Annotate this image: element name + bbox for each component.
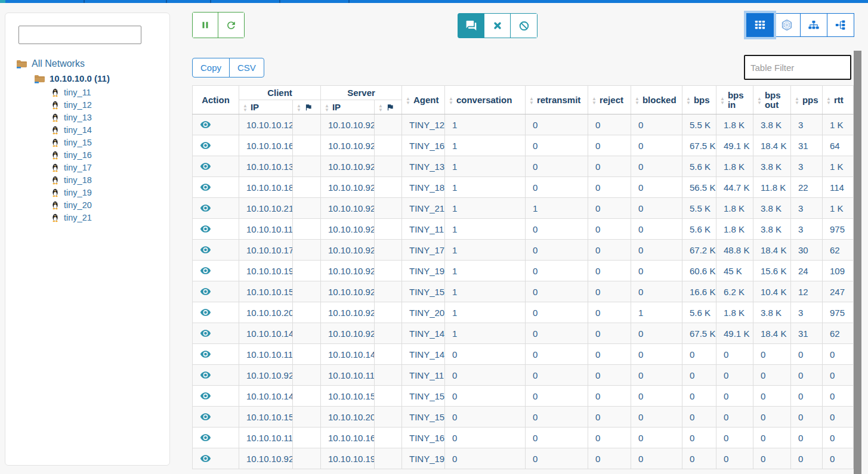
tree-node-host[interactable]: tiny_11 xyxy=(51,86,165,98)
table-view-button[interactable] xyxy=(746,13,774,37)
cell-reject: 0 xyxy=(588,198,631,219)
cell-reject: 0 xyxy=(588,427,631,448)
sort-arrows-icon[interactable]: ▲▼ xyxy=(635,97,640,105)
eye-icon[interactable] xyxy=(200,120,211,129)
tree-node-label: tiny_11 xyxy=(64,88,91,97)
tree-node-host[interactable]: tiny_15 xyxy=(51,136,165,148)
cell-retransmit: 0 xyxy=(526,261,588,281)
csv-button[interactable]: CSV xyxy=(229,58,264,78)
sort-arrows-icon[interactable]: ▲▼ xyxy=(795,97,799,105)
eye-icon[interactable] xyxy=(200,162,211,171)
cell-server-ip: 10.10.10.92 xyxy=(321,198,375,219)
cell-agent: TINY_17 xyxy=(402,240,445,261)
col-header-pps[interactable]: ▲▼ pps xyxy=(791,86,823,114)
tree-node-host[interactable]: tiny_12 xyxy=(51,98,165,111)
tree-node-host[interactable]: tiny_13 xyxy=(51,111,165,123)
top-nav-segment xyxy=(0,0,5,3)
tree-node-host[interactable]: tiny_21 xyxy=(51,211,165,224)
tree-node-host[interactable]: tiny_16 xyxy=(51,148,165,161)
col-header-server-ip[interactable]: ▲▼ IP xyxy=(321,100,375,114)
tree-node-host[interactable]: tiny_18 xyxy=(51,174,165,186)
col-header-retransmit[interactable]: ▲▼ retransmit xyxy=(526,86,588,114)
eye-icon[interactable] xyxy=(200,267,211,275)
copy-button[interactable]: Copy xyxy=(192,58,230,78)
linux-penguin-icon xyxy=(51,138,60,147)
col-header-blocked[interactable]: ▲▼ blocked xyxy=(631,86,682,114)
conversations-view-button[interactable] xyxy=(458,14,484,38)
eye-icon[interactable] xyxy=(200,433,211,442)
cell-server-flag xyxy=(375,302,402,323)
sort-arrows-icon[interactable]: ▲▼ xyxy=(296,104,301,112)
eye-icon[interactable] xyxy=(200,392,211,400)
sort-arrows-icon[interactable]: ▲▼ xyxy=(529,97,534,105)
cell-rtt: 64 xyxy=(823,135,854,156)
cell-client-flag xyxy=(293,302,321,323)
tree-node-host[interactable]: tiny_19 xyxy=(51,186,165,199)
cell-pps: 3 xyxy=(791,219,823,240)
sort-arrows-icon[interactable]: ▲▼ xyxy=(406,97,410,105)
cell-bps-in: 48.8 K xyxy=(716,240,753,261)
eye-icon[interactable] xyxy=(200,329,211,337)
col-header-client-ip[interactable]: ▲▼ IP xyxy=(239,100,293,114)
col-header-bps-out[interactable]: ▲▼ bps out xyxy=(753,86,791,114)
cell-conversation: 0 xyxy=(445,365,526,386)
eye-icon[interactable] xyxy=(200,454,211,463)
sort-arrows-icon[interactable]: ▲▼ xyxy=(243,104,248,112)
eye-icon[interactable] xyxy=(200,413,211,421)
tree-view-button[interactable] xyxy=(827,13,854,37)
cell-client-flag xyxy=(293,448,321,469)
chord-view-button[interactable] xyxy=(773,13,801,37)
sort-arrows-icon[interactable]: ▲▼ xyxy=(449,97,453,105)
table-filter-input[interactable] xyxy=(744,55,851,80)
close-flows-button[interactable] xyxy=(484,14,511,38)
eye-icon[interactable] xyxy=(200,225,211,233)
cell-reject: 0 xyxy=(588,156,631,177)
cell-bps-out: 3.8 K xyxy=(753,302,791,323)
eye-icon[interactable] xyxy=(200,183,211,191)
eye-icon[interactable] xyxy=(200,246,211,254)
cell-client-ip: 10.10.10.16 xyxy=(239,135,293,156)
col-header-rtt[interactable]: ▲▼ rtt xyxy=(823,86,854,114)
tree-search-input[interactable] xyxy=(18,26,141,44)
table-row: 10.10.10.9210.10.10.19TINY_19000000000 xyxy=(193,448,854,469)
cell-conversation: 1 xyxy=(445,281,526,302)
col-header-bps-in[interactable]: ▲▼ bps in xyxy=(716,86,753,114)
sort-arrows-icon[interactable]: ▲▼ xyxy=(325,104,329,112)
eye-icon[interactable] xyxy=(200,287,211,296)
pause-button[interactable] xyxy=(193,13,218,38)
cell-action xyxy=(193,365,239,386)
col-header-bps[interactable]: ▲▼ bps xyxy=(682,86,716,114)
col-header-conversation[interactable]: ▲▼ conversation xyxy=(445,86,526,114)
col-header-client-flag[interactable]: ▲▼ xyxy=(293,100,321,114)
scrollbar-thumb[interactable] xyxy=(854,51,861,474)
tree-node-network[interactable]: 10.10.10.0 (11) xyxy=(34,71,165,86)
sort-arrows-icon[interactable]: ▲▼ xyxy=(592,97,597,105)
block-flows-button[interactable] xyxy=(511,14,537,38)
col-header-agent[interactable]: ▲▼ Agent xyxy=(402,86,445,114)
sort-arrows-icon[interactable]: ▲▼ xyxy=(757,97,762,105)
sort-arrows-icon[interactable]: ▲▼ xyxy=(720,97,725,105)
cell-retransmit: 0 xyxy=(526,386,588,407)
cell-pps: 0 xyxy=(791,365,823,386)
cell-pps: 12 xyxy=(791,281,823,302)
tree-node-host[interactable]: tiny_14 xyxy=(51,123,165,136)
eye-icon[interactable] xyxy=(200,141,211,150)
refresh-button[interactable] xyxy=(218,13,244,38)
eye-icon[interactable] xyxy=(200,350,211,358)
tree-node-all-networks[interactable]: All Networks xyxy=(16,56,165,71)
cell-bps: 67.5 K xyxy=(682,323,716,344)
col-header-server-flag[interactable]: ▲▼ xyxy=(375,100,402,114)
sort-arrows-icon[interactable]: ▲▼ xyxy=(826,97,831,105)
col-header-reject[interactable]: ▲▼ reject xyxy=(588,86,631,114)
topology-view-button[interactable] xyxy=(800,13,827,37)
sort-arrows-icon[interactable]: ▲▼ xyxy=(378,104,383,112)
cell-rtt: 1 K xyxy=(823,114,854,135)
vertical-scrollbar[interactable] xyxy=(854,51,861,474)
cell-bps-in: 1.8 K xyxy=(716,156,753,177)
eye-icon[interactable] xyxy=(200,204,211,212)
sort-arrows-icon[interactable]: ▲▼ xyxy=(686,97,691,105)
eye-icon[interactable] xyxy=(200,308,211,317)
tree-node-host[interactable]: tiny_20 xyxy=(51,199,165,211)
tree-node-host[interactable]: tiny_17 xyxy=(51,161,165,174)
eye-icon[interactable] xyxy=(200,371,211,379)
